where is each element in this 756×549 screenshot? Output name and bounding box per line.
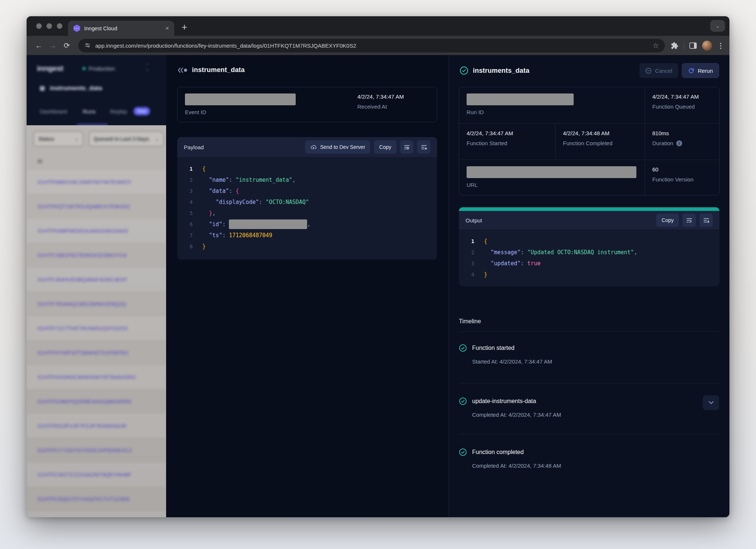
extensions-puzzle-icon[interactable] [671,42,678,50]
payload-copy-button[interactable]: Copy [374,140,396,154]
line-number: 3 [184,188,193,194]
expand-lines-icon-button[interactable] [417,140,430,154]
site-settings-icon[interactable] [84,42,91,49]
run-id-redacted-value [467,93,574,105]
code-token: "Updated OCTO:NASDAQ instrument" [527,249,634,256]
run-id-list-item[interactable]: 01HTFCR9KAPQP0R8PZK3MQNMX8 [27,511,166,517]
code-token: : [520,260,527,267]
tab-title: Inngest Cloud [84,25,117,31]
duration-value: 810ms [652,130,712,136]
tab-search-chevron-icon[interactable]: ⌄ [710,20,725,32]
code-token: { [202,166,206,172]
run-id-list-item[interactable]: 01HTFKM8PMD0ZAJ4AG04K03A02 [27,218,166,243]
code-token [202,188,209,194]
run-id-list-item[interactable]: 01HTFC5QG7ZYVXNZVC7VT1Z4K6 [27,487,166,511]
id-column-header: ID [38,158,42,164]
browser-tab[interactable]: ··· Inngest Cloud × [68,21,174,36]
word-wrap-icon-button[interactable] [683,214,696,227]
code-token [202,221,209,228]
line-number: 6 [184,221,193,227]
line-number: 3 [465,260,474,266]
received-at-label: Received At [357,103,429,110]
code-token: { [484,238,487,245]
code-token: true [527,260,540,267]
timeline-item: Function completedCompleted At: 4/2/2024… [459,448,719,469]
tab-replay[interactable]: Replay [110,108,127,115]
timeline-item-title: Function completed [472,449,524,456]
code-line: 6 "id": , [184,219,430,230]
run-id-list-item[interactable]: 01HTF71C7THF7RVN051Q3YD2S3 [27,316,166,340]
function-queued-label: Function Queued [652,103,712,110]
line-number: 2 [465,249,474,255]
rerun-refresh-icon [688,68,694,74]
date-range-filter-dropdown[interactable]: Queued in Last 3 Days ⌄ [89,131,164,147]
runs-list-panel: Status ⌄ Queued in Last 3 Days ⌄ ID 01HT… [27,125,166,517]
back-button[interactable]: ← [32,38,46,52]
status-filter-dropdown[interactable]: Status ⌄ [33,131,83,147]
code-token: : [259,199,266,205]
function-queued-value: 4/2/24, 7:34:47 AM [652,93,712,100]
browser-window: ··· Inngest Cloud × + ⌄ ← → ⟳ app.innges… [27,16,729,517]
browser-toolbar: ← → ⟳ app.inngest.com/env/production/fun… [27,36,729,55]
run-id-list-item[interactable]: 01HTFCW27CZ2X3AZM79QEYNH8F [27,462,166,487]
word-wrap-icon-button[interactable] [400,140,413,154]
env-switch-icon[interactable]: ⌃⌄ [145,64,149,71]
run-id-list: 01HTFN86XV8CXW87657W7E3WDY01HTFKQT1M7RSJ… [27,170,166,517]
run-id-list-item[interactable]: 01HTFN86XV8CXW87657W7E3WDY [27,170,166,194]
function-completed-value: 4/2/24, 7:34:48 AM [563,130,637,136]
run-id-list-item[interactable]: 01HTFKQT1M7RSJQABEXYF0K0S2 [27,194,166,218]
run-id-list-item[interactable]: 01HTFHXGR0CWNHSWY8T3NAVGRC [27,365,166,389]
check-circle-icon [459,397,467,405]
run-id-list-item[interactable]: 01HTFJ94HVE0BQ48AF4DM13E9T [27,267,166,291]
run-id-list-item[interactable]: 01HTFG38KPQSR9E4A91Q8RARRN [27,389,166,413]
output-copy-button[interactable]: Copy [656,214,679,227]
tab-dashboard[interactable]: Dashboard [40,108,67,115]
run-id-label: Run ID [467,109,637,115]
code-token: "instrument_data" [236,177,292,183]
output-code-block[interactable]: 1{2 "message": "Updated OCTO:NASDAQ inst… [459,229,719,286]
code-token: "ts" [209,232,222,239]
environment-selector[interactable]: Production [83,65,115,72]
run-id-list-item[interactable]: 01HTFJ3B1P8Z7EWGK5Z086JYC8 [27,243,166,267]
cloud-upload-icon [310,144,317,150]
cancel-button[interactable]: Cancel [639,63,678,78]
side-panel-icon[interactable] [689,42,697,49]
run-id-list-item[interactable]: 01HTFHYWF32TSB9HGT01F58TBJ [27,340,166,365]
code-token: "OCTO:NASDAQ" [266,199,309,205]
redacted-value [229,219,307,229]
payload-code-block[interactable]: 1{2 "name": "instrument_data",3 "data": … [177,157,437,258]
send-to-dev-server-button[interactable]: Send to Dev Server [305,140,370,154]
code-line: 7 "ts": 1712068487049 [184,230,430,241]
run-id-list-item[interactable]: 01HTFCYY2GYGYGDKJVP82NKXC2 [27,438,166,462]
new-tab-button[interactable]: + [182,21,187,33]
bookmark-star-icon[interactable]: ☆ [653,41,659,50]
expand-lines-icon-button[interactable] [700,214,713,227]
info-icon[interactable]: i [676,140,682,146]
timeline-expand-button[interactable] [703,395,719,410]
run-details-panel: instruments_data Cancel Rerun [448,55,729,517]
divider [459,383,719,383]
address-bar[interactable]: app.inngest.com/env/production/functions… [78,39,665,52]
run-id-list-item[interactable]: 01HTF7E0A6Q238SJWNH1E8Q2Q [27,291,166,316]
cancel-circle-icon [645,68,652,74]
window-traffic-lights[interactable] [36,23,62,29]
code-token: : [229,177,236,183]
browser-menu-icon[interactable]: ⋮ [717,41,724,50]
code-token: "updated" [491,260,520,267]
code-token: "id" [209,221,222,228]
tab-runs[interactable]: Runs [83,108,96,115]
code-token: } [202,243,206,250]
url-text[interactable]: app.inngest.com/env/production/functions… [95,42,649,49]
run-id-list-item[interactable]: 01HTFEG3FVJP7FZJP7EA5KN3JR [27,413,166,438]
reload-button[interactable]: ⟳ [60,38,74,52]
toolbar-divider [684,42,684,49]
profile-avatar[interactable] [702,41,712,51]
inngest-logo[interactable]: inngest [37,64,63,73]
tab-close-icon[interactable]: × [165,25,169,31]
rerun-button[interactable]: Rerun [682,63,719,78]
code-token: "name" [209,177,229,183]
event-id-redacted-value [185,93,296,105]
forward-button[interactable]: → [46,38,60,52]
code-line: 1{ [465,236,713,247]
event-title: instrument_data [192,66,245,74]
